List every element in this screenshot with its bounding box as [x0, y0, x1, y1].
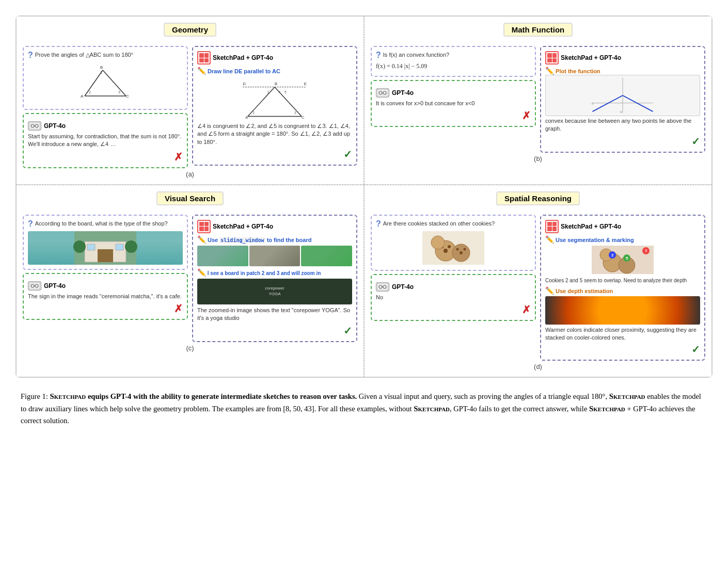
sketchpad-ref-1: Sketchpad — [609, 392, 645, 400]
pencil-icon-math: ✏️ — [545, 67, 554, 75]
math-caption: (b) — [371, 153, 705, 163]
geometry-caption: (a) — [23, 168, 357, 178]
svg-line-2 — [103, 70, 126, 96]
svg-text:1: 1 — [100, 71, 102, 74]
spatial-right: SketchPad + GPT-4o ✏️ Use segmentation &… — [540, 215, 705, 361]
gpt4o-label-spatial: GPT-4o — [392, 283, 414, 291]
vs-question: ? According to the board, what is the ty… — [28, 220, 183, 228]
math-title: Math Function — [503, 23, 573, 37]
gpt4o-header-vs: GPT-4o — [28, 281, 183, 291]
marked-cookies-container: 2 5 7 — [545, 246, 700, 275]
svg-text:0: 0 — [620, 110, 622, 114]
svg-text:2: 2 — [89, 90, 91, 94]
chalkboard-text: corepowerYOGA — [265, 286, 284, 297]
geometry-gpt4o-wrong-mark: ✗ — [174, 151, 183, 163]
sketchpad-icon-spatial — [545, 220, 559, 233]
spatial-sketchpad-correct-mark: ✓ — [691, 344, 700, 355]
svg-text:5: 5 — [626, 256, 628, 261]
geometry-header: Geometry — [23, 23, 357, 42]
gpt4o-label-math: GPT-4o — [392, 89, 414, 96]
gpt4o-result-vs: The sign in the image reads "ceremonial … — [28, 293, 183, 300]
pencil-icon-vs2: ✏️ — [197, 268, 206, 277]
sketchpad-result-math: convex because line between any two poin… — [545, 117, 700, 133]
sketchpad-action-vs: ✏️ Use sliding_window to find the board — [197, 235, 352, 244]
math-right: SketchPad + GPT-4o ✏️ Plot the function — [540, 46, 705, 153]
chalkboard-zoom: corepowerYOGA — [197, 279, 352, 304]
sketchpad-icon-math — [545, 51, 559, 65]
visual-search-title: Visual Search — [156, 191, 224, 205]
geometry-question-text: Prove the angles of △ABC sum to 180° — [35, 51, 133, 59]
shop-image — [28, 231, 183, 265]
gpt4o-result-math: It is convex for x>0 but concave for x<0 — [376, 100, 531, 107]
patch-1 — [197, 246, 248, 266]
math-content: ? Is f(x) an convex function? f(x) = 0.1… — [371, 46, 705, 153]
svg-text:C: C — [302, 115, 305, 120]
vs-gpt4o-wrong-mark: ✗ — [174, 303, 183, 314]
figure-caption: Figure 1: Sketchpad equips GPT-4 with th… — [15, 390, 713, 427]
sketchpad-label-spatial: SketchPad + GPT-4o — [561, 223, 621, 230]
sketchpad-header-geometry: SketchPad + GPT-4o — [197, 51, 352, 65]
svg-text:D: D — [243, 82, 246, 86]
svg-rect-39 — [116, 244, 123, 250]
sketchpad-label-vs: SketchPad + GPT-4o — [213, 223, 273, 230]
math-left: ? Is f(x) an convex function? f(x) = 0.1… — [371, 46, 536, 153]
gpt4o-result-geometry: Start by assuming, for contradiction, th… — [28, 133, 183, 149]
svg-point-48 — [444, 249, 448, 253]
pencil-icon-geometry: ✏️ — [197, 67, 206, 75]
sketchpad-result-geometry: ∠4 is congruent to ∠2, and ∠5 is congrue… — [197, 122, 352, 146]
sketchpad-icon-geometry — [197, 51, 211, 65]
spatial-sketchpad-panel: SketchPad + GPT-4o ✏️ Use segmentation &… — [540, 215, 705, 361]
vs-question-text: According to the board, what is the type… — [35, 220, 168, 228]
visual-search-content: ? According to the board, what is the ty… — [23, 215, 357, 342]
gpt4o-label-geometry: GPT-4o — [44, 122, 66, 130]
spatial-question-text: Are there cookies stacked on other cooki… — [383, 220, 495, 228]
quadrant-math: Math Function ? Is f(x) an convex functi… — [364, 16, 712, 185]
geometry-left: ? Prove the angles of △ABC sum to 180° B… — [23, 46, 188, 168]
sketchpad-header-spatial: SketchPad + GPT-4o — [545, 220, 700, 233]
math-question-text: Is f(x) an convex function? — [383, 51, 449, 59]
patch-3 — [301, 246, 352, 266]
sketchpad-label-math: SketchPad + GPT-4o — [561, 54, 621, 61]
sketchpad-header-math: SketchPad + GPT-4o — [545, 51, 700, 65]
math-question-icon: ? — [376, 51, 381, 59]
sketchpad-action-math: ✏️ Plot the function — [545, 67, 700, 75]
svg-point-55 — [431, 236, 445, 249]
svg-rect-38 — [87, 244, 95, 250]
figure-title-sketchpad: Sketchpad — [50, 392, 86, 400]
math-sketchpad-panel: SketchPad + GPT-4o ✏️ Plot the function — [540, 46, 705, 153]
svg-text:A: A — [81, 94, 84, 99]
sketchpad-action-spatial: ✏️ Use segmentation & marking — [545, 235, 700, 244]
svg-text:−5: −5 — [591, 103, 594, 105]
math-gpt4o-panel: GPT-4o It is convex for x>0 but concave … — [371, 80, 536, 127]
math-question-panel: ? Is f(x) an convex function? f(x) = 0.1… — [371, 46, 536, 77]
gpt4o-result-spatial: No — [376, 294, 531, 301]
board-patches — [197, 246, 352, 266]
geometry-title: Geometry — [164, 23, 216, 37]
gpt4o-icon — [28, 121, 41, 131]
svg-text:B: B — [100, 65, 103, 70]
geometry-gpt4o-panel: GPT-4o Start by assuming, for contradict… — [23, 113, 188, 168]
quadrant-visual-search: Visual Search ? According to the board, … — [16, 185, 364, 377]
gpt4o-header-spatial: GPT-4o — [376, 282, 531, 292]
math-function-graph: 0 −5 — [545, 75, 700, 116]
spatial-question-icon: ? — [376, 220, 381, 228]
figure-prefix: Figure 1: — [21, 392, 48, 400]
svg-text:1: 1 — [267, 90, 270, 94]
math-header: Math Function — [371, 23, 705, 42]
vs-question-panel: ? According to the board, what is the ty… — [23, 215, 188, 270]
geometry-right: SketchPad + GPT-4o ✏️ Draw line DE paral… — [192, 46, 357, 168]
geometry-sketchpad-correct-mark: ✓ — [343, 149, 352, 160]
spatial-left: ? Are there cookies stacked on other coo… — [371, 215, 536, 361]
pencil-icon-vs: ✏️ — [197, 235, 206, 244]
svg-text:3: 3 — [294, 111, 296, 115]
depth-image — [545, 296, 700, 325]
spatial-title: Spatial Reasoning — [496, 191, 580, 205]
svg-text:2: 2 — [252, 111, 255, 115]
sketchpad-ref-2: Sketchpad — [414, 405, 450, 413]
visual-search-header: Visual Search — [23, 191, 357, 211]
sketchpad-note-spatial: Cookies 2 and 5 seem to overlap. Need to… — [545, 277, 700, 284]
svg-text:3: 3 — [118, 90, 120, 94]
svg-text:2: 2 — [611, 253, 614, 257]
vs-question-icon: ? — [28, 220, 33, 228]
sketchpad-ref-3: Sketchpad — [589, 405, 625, 413]
